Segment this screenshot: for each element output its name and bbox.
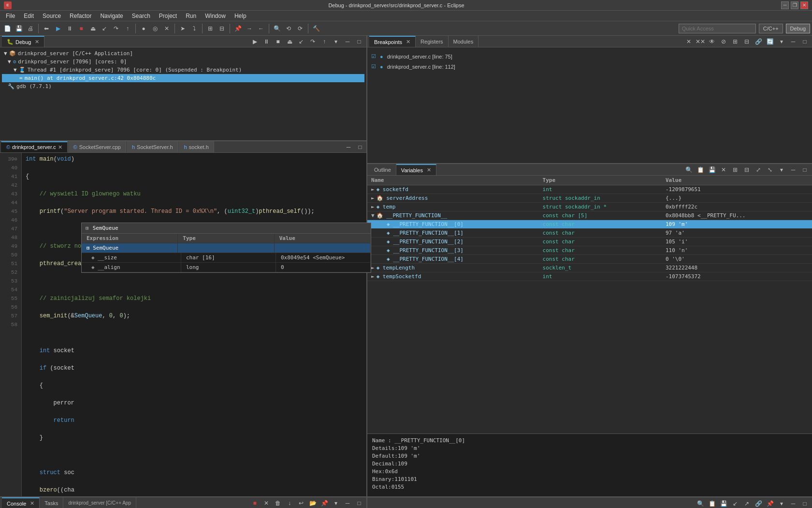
tb-step-over[interactable]: ↷	[111, 23, 121, 34]
console-tab-close[interactable]: ✕	[30, 500, 34, 507]
console-chevron[interactable]: ▾	[331, 498, 341, 508]
editor-tab-socketcpp[interactable]: © SocketServer.cpp	[68, 141, 126, 152]
quick-access-input[interactable]	[679, 24, 756, 33]
registers-tab[interactable]: Registers	[416, 36, 448, 47]
debug-step-over-btn[interactable]: ↷	[307, 36, 318, 47]
debug-out-btn1[interactable]: 🔍	[695, 498, 706, 508]
menu-project[interactable]: Project	[155, 12, 181, 20]
tb-debug-prev[interactable]: ⬅	[41, 23, 52, 34]
bp-sync-btn[interactable]: 🔄	[765, 36, 775, 47]
debug-out-btn4[interactable]: ↙	[730, 498, 740, 508]
debug-out-btn3[interactable]: 💾	[718, 498, 729, 508]
menu-edit[interactable]: Edit	[20, 12, 38, 20]
bp-expand-btn[interactable]: ⊞	[730, 36, 740, 47]
editor-tab-socket[interactable]: h socket.h	[179, 141, 214, 152]
tb-remove-all[interactable]: ✕	[161, 23, 172, 34]
tb-step-into[interactable]: ↙	[99, 23, 110, 34]
console-pin[interactable]: 📌	[319, 498, 330, 508]
menu-window[interactable]: Window	[201, 12, 230, 20]
editor-minimize[interactable]: ─	[343, 142, 354, 152]
vars-btn5[interactable]: ⊞	[730, 164, 740, 175]
var-row-pretty3[interactable]: ◈ __PRETTY_FUNCTION__[3] const char 110 …	[367, 246, 812, 255]
debug-stop-btn[interactable]: ■	[273, 36, 283, 47]
outline-tab[interactable]: Outline	[369, 164, 396, 175]
var-row-temp[interactable]: ►◈ temp struct sockaddr_in * 0xbffff22c	[367, 203, 812, 211]
tree-item-thread[interactable]: ▼ 🧵 Thread #1 [drinkprod_serve] 7096 [co…	[2, 66, 364, 74]
menu-navigate[interactable]: Navigate	[96, 12, 127, 20]
console-open[interactable]: 📂	[307, 498, 318, 508]
var-row-pretty0[interactable]: ◈ __PRETTY_FUNCTION__[0] const char 109 …	[367, 220, 812, 229]
editor-maximize[interactable]: □	[355, 142, 365, 152]
modules-tab[interactable]: Modules	[449, 36, 479, 47]
bp-maximize[interactable]: □	[799, 36, 810, 47]
variables-tab-close[interactable]: ✕	[427, 167, 431, 173]
console-stop[interactable]: ■	[249, 498, 260, 508]
bp-item-0[interactable]: ☑ ● drinkprod_server.c [line: 75]	[371, 51, 808, 61]
tb-skip-all[interactable]: ◎	[150, 23, 160, 34]
tb-save[interactable]: 💾	[14, 23, 24, 34]
debug-out-maximize[interactable]: □	[799, 498, 810, 508]
tree-item-app[interactable]: ▼ 📦 drinkprod_server [C/C++ Application]	[2, 49, 364, 58]
hover-row-align[interactable]: ◈ __align long 0	[82, 263, 371, 272]
tree-item-process[interactable]: ▼ ⚙ drinkprod_server [7096] [cores: 0]	[2, 58, 364, 66]
debug-maximize-btn[interactable]: □	[354, 36, 364, 47]
tb-step-return[interactable]: ↑	[122, 23, 133, 34]
expand-tempsocketfd[interactable]: ►	[371, 273, 375, 280]
vars-btn6[interactable]: ⊟	[741, 164, 752, 175]
minimize-btn[interactable]: ─	[781, 1, 789, 9]
console-minimize[interactable]: ─	[342, 498, 353, 508]
bp-chevron[interactable]: ▾	[776, 36, 787, 47]
menu-search[interactable]: Search	[128, 12, 154, 20]
tb-toggle-bp[interactable]: ●	[138, 23, 149, 34]
vars-btn8[interactable]: ⤡	[765, 164, 775, 175]
debug-out-chevron[interactable]: ▾	[776, 498, 787, 508]
vars-btn2[interactable]: 📋	[695, 164, 706, 175]
debug-minimize-btn[interactable]: ─	[342, 36, 353, 47]
bp-show-sup-btn[interactable]: 👁	[707, 36, 717, 47]
hover-row-size[interactable]: ◈ __size char [16] 0x8049e54 <SemQueue>	[82, 253, 371, 263]
debug-out-btn2[interactable]: 📋	[707, 498, 717, 508]
console-tab[interactable]: Console ✕	[2, 497, 40, 508]
tb-build[interactable]: 🔨	[311, 23, 321, 34]
vars-btn7[interactable]: ⤢	[753, 164, 764, 175]
tree-item-gdb[interactable]: 🔧 gdb (7.7.1)	[2, 82, 364, 90]
debug-chevron-btn[interactable]: ▾	[331, 36, 341, 47]
restore-btn[interactable]: ❐	[791, 1, 798, 9]
bp-collapse-btn[interactable]: ⊟	[741, 36, 752, 47]
var-row-serverAddress[interactable]: ►🏠 serverAddress struct sockaddr_in {...…	[367, 194, 812, 203]
tb-decls[interactable]: ⟳	[295, 23, 305, 34]
menu-source[interactable]: Source	[39, 12, 65, 20]
debug-resume-btn[interactable]: ▶	[249, 36, 260, 47]
vars-minimize[interactable]: ─	[788, 164, 798, 175]
debug-step-into-btn[interactable]: ↙	[296, 36, 306, 47]
var-row-socketfd[interactable]: ►◈ socketfd int -1209879651	[367, 185, 812, 194]
breakpoints-tab[interactable]: Breakpoints ✕	[369, 36, 416, 47]
tb-next[interactable]: →	[244, 23, 255, 34]
var-row-pretty4[interactable]: ◈ __PRETTY_FUNCTION__[4] const char 0 '\…	[367, 255, 812, 264]
debug-step-return-btn[interactable]: ↑	[319, 36, 330, 47]
tb-resume[interactable]: ▶	[53, 23, 63, 34]
tb-new-view[interactable]: ⊟	[217, 23, 227, 34]
menu-file[interactable]: File	[2, 12, 19, 20]
bp-check-1[interactable]: ☑	[371, 63, 376, 70]
console-maximize[interactable]: □	[354, 498, 364, 508]
menu-help[interactable]: Help	[231, 12, 250, 20]
debug-suspend-btn[interactable]: ⏸	[261, 36, 272, 47]
debug-tab[interactable]: 🐛 Debug ✕	[2, 36, 44, 47]
debug-tab-close[interactable]: ✕	[35, 39, 39, 45]
menu-refactor[interactable]: Refactor	[66, 12, 95, 20]
tb-search[interactable]: 🔍	[272, 23, 282, 34]
bp-item-1[interactable]: ☑ ● drinkprod_server.c [line: 112]	[371, 61, 808, 72]
var-row-tempLength[interactable]: ►◈ tempLength socklen_t 3221222448	[367, 264, 812, 272]
tb-new[interactable]: 📄	[2, 23, 13, 34]
debug-out-btn7[interactable]: 📌	[765, 498, 775, 508]
tb-open-perspective[interactable]: ⊞	[205, 23, 216, 34]
bp-remove-btn[interactable]: ✕	[683, 36, 694, 47]
var-row-tempSocketfd[interactable]: ►◈ tempSocketfd int -1073745372	[367, 272, 812, 281]
bp-check-0[interactable]: ☑	[371, 53, 376, 60]
code-content[interactable]: int main(void) { // wyswietl ID glownego…	[22, 153, 366, 496]
tb-instruction-step[interactable]: ⤵	[189, 23, 200, 34]
debug-out-minimize[interactable]: ─	[788, 498, 798, 508]
console-word-wrap[interactable]: ↩	[296, 498, 306, 508]
console-scroll[interactable]: ↓	[284, 498, 295, 508]
